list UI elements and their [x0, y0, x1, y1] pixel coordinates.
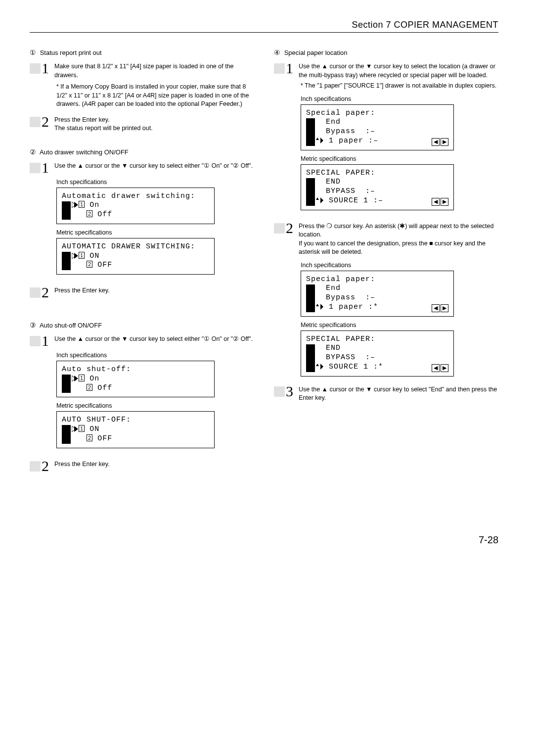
item4-step1: 1 Use the ▲ cursor or the ▼ cursor key t… — [274, 62, 498, 91]
item4-step2: 2 Press the ❍ cursor key. An asterisk (✱… — [274, 222, 498, 257]
step2-note: If you want to cancel the designation, p… — [299, 240, 486, 256]
step-text: Use the ▲ cursor or the ▼ cursor key to … — [299, 385, 498, 403]
step-number: 1 — [42, 335, 49, 347]
metric-spec-label: Metric specifications — [56, 402, 254, 409]
arrow-select-icon — [72, 253, 79, 259]
svg-marker-11 — [320, 197, 323, 203]
section-title: Section 7 COPIER MANAGEMENT — [352, 20, 498, 30]
lcd-opt2: 2 Off — [62, 384, 209, 393]
lcd-opt2: 2 Off — [62, 210, 209, 220]
step-text: Press the Enter key. — [54, 460, 254, 469]
step-number: 3 — [286, 385, 294, 397]
inch-spec-label: Inch specifications — [301, 95, 498, 102]
metric-spec-label: Metric specifications — [56, 229, 254, 236]
circled-num-1: ① — [30, 48, 36, 56]
step-box — [30, 336, 41, 346]
lcd-nav-arrows: ◀ ▶ — [432, 304, 448, 312]
step-text-line1: Press the Enter key. — [54, 116, 110, 123]
arrow-select-icon — [72, 426, 79, 432]
step-box — [30, 117, 41, 127]
left-arrow-icon: ◀ — [432, 138, 440, 146]
step-box — [274, 386, 285, 397]
right-arrow-icon: ▶ — [441, 138, 448, 146]
svg-marker-13 — [320, 304, 323, 310]
lcd-screen-item3-inch: Auto shut-off: 1 On 2 Off — [56, 361, 215, 397]
step-box — [274, 223, 285, 234]
updown-icon — [316, 364, 324, 370]
svg-marker-10 — [316, 197, 319, 200]
svg-marker-7 — [74, 426, 78, 432]
inch-spec-label: Inch specifications — [56, 352, 254, 359]
step-number: 2 — [42, 460, 49, 472]
lcd-line2: BYPASS :– — [306, 187, 448, 196]
lcd-opt1: 1 On — [62, 375, 209, 384]
item3-step1: 1 Use the ▲ cursor or the ▼ cursor key t… — [30, 335, 254, 347]
option-1-text: ON — [89, 252, 99, 260]
step-number: 2 — [42, 116, 49, 128]
step-number: 1 — [286, 62, 294, 74]
lcd-title: Automatic drawer switching: — [62, 192, 209, 201]
option-2-text: Off — [97, 210, 112, 219]
step-text-line2: The status report will be printed out. — [54, 125, 153, 132]
item4-heading: ④ Special paper location — [274, 48, 498, 56]
lcd-line1: End — [306, 118, 448, 127]
item3-step2: 2 Press the Enter key. — [30, 460, 254, 472]
item1-title-text: Status report print out — [40, 49, 102, 56]
inch-spec-label2: Inch specifications — [301, 262, 498, 269]
lcd-line3: 1 paper :* — [306, 303, 448, 312]
item2-step1: 1 Use the ▲ cursor or the ▼ cursor key t… — [30, 162, 254, 174]
step-text-main: Use the ▲ cursor or the ▼ cursor key to … — [299, 63, 495, 79]
circled-num-4: ④ — [274, 48, 280, 56]
lcd-screen-item2-metric: AUTOMATIC DRAWER SWITCHING: 1 ON 2 OFF — [56, 238, 215, 275]
two-column-layout: ① Status report print out 1 Make sure th… — [30, 45, 498, 475]
step-text: Press the ❍ cursor key. An asterisk (✱) … — [299, 222, 498, 257]
arrow-select-icon — [72, 376, 79, 381]
step-text: Use the ▲ cursor or the ▼ cursor key to … — [54, 162, 254, 171]
step-text: Make sure that 8 1/2" x 11" [A4] size pa… — [54, 62, 254, 80]
lcd-title: Special paper: — [306, 275, 448, 284]
item4-step3: 3 Use the ▲ cursor or the ▼ cursor key t… — [274, 385, 498, 403]
inch-spec-label: Inch specifications — [56, 179, 254, 186]
lcd-screen-item2-inch: Automatic drawer switching: 1 On 2 Off — [56, 188, 215, 224]
item2-step2: 2 Press the Enter key. — [30, 286, 254, 298]
item3-heading: ③ Auto shut-off ON/OFF — [30, 321, 254, 329]
lcd-title: Auto shut-off: — [62, 365, 209, 375]
left-arrow-icon: ◀ — [432, 198, 440, 206]
option-num-1: 1 — [79, 201, 85, 208]
lcd-screen-item4-metric2: SPECIAL PAPER: END BYPASS :– SOURCE 1 :*… — [301, 331, 454, 377]
step-text: Press the Enter key. The status report w… — [54, 116, 254, 133]
step-box — [30, 287, 41, 298]
item1-step1-note: * If a Memory Copy Board is installed in… — [56, 83, 254, 109]
right-arrow-icon: ▶ — [441, 304, 448, 312]
metric-spec-label2: Metric specifications — [301, 322, 498, 329]
step-box — [30, 461, 41, 472]
option-2-text: Off — [97, 384, 112, 392]
option-num-2: 2 — [87, 210, 92, 217]
left-column: ① Status report print out 1 Make sure th… — [30, 45, 254, 475]
lcd-screen-item4-inch: Special paper: End Bypass :– 1 paper :– … — [301, 104, 454, 150]
lcd-line2: Bypass :– — [306, 127, 448, 137]
step-number: 2 — [42, 286, 49, 298]
option-2-text: OFF — [97, 261, 112, 269]
option-num-2: 2 — [87, 434, 92, 441]
option-2-text: OFF — [97, 434, 112, 443]
lcd-title: AUTO SHUT-OFF: — [62, 416, 209, 425]
lcd-opt1: 1 ON — [62, 425, 209, 434]
item2-title-text: Auto drawer switching ON/OFF — [40, 148, 129, 156]
lcd-line3: SOURCE 1 :* — [306, 363, 448, 372]
lcd-opt2: 2 OFF — [62, 261, 209, 270]
step-text: Press the Enter key. — [54, 286, 254, 295]
right-arrow-icon: ▶ — [441, 198, 448, 206]
lcd-nav-arrows: ◀ ▶ — [432, 138, 448, 146]
updown-icon — [316, 304, 324, 310]
lcd-line3: 1 paper :– — [306, 137, 448, 146]
item3-title-text: Auto shut-off ON/OFF — [40, 322, 102, 329]
svg-marker-12 — [316, 304, 319, 306]
step-number: 1 — [42, 62, 49, 74]
item2-heading: ② Auto drawer switching ON/OFF — [30, 148, 254, 156]
svg-marker-3 — [74, 253, 78, 259]
step-box — [30, 63, 41, 74]
option-num-2: 2 — [87, 261, 92, 268]
lcd-line3: SOURCE 1 :– — [306, 196, 448, 206]
left-arrow-icon: ◀ — [432, 304, 440, 312]
